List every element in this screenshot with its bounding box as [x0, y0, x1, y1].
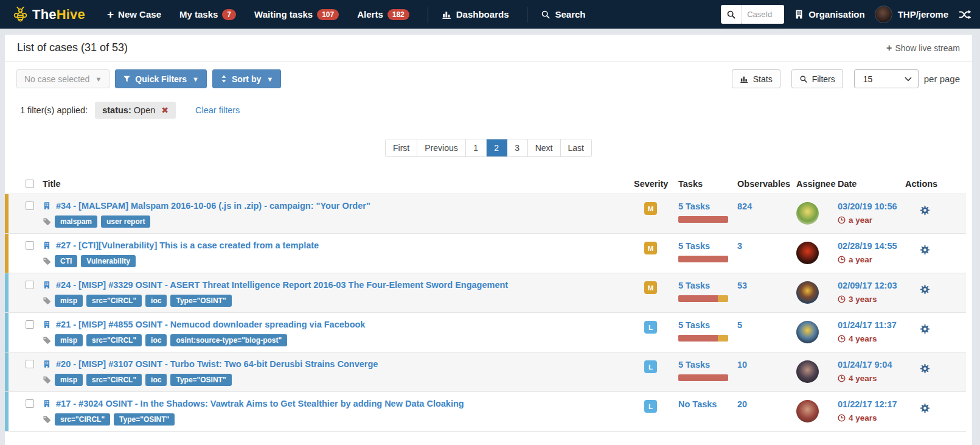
bar-chart-icon [442, 9, 452, 19]
row-checkbox[interactable] [26, 399, 34, 408]
severity-badge[interactable]: M [644, 281, 657, 294]
tasks-link[interactable]: 5 Tasks [678, 241, 710, 251]
case-tag[interactable]: misp [55, 374, 83, 386]
page-previous[interactable]: Previous [417, 139, 465, 156]
clear-filters-link[interactable]: Clear filters [195, 105, 240, 115]
row-actions-button[interactable] [920, 363, 930, 374]
assignee-avatar[interactable] [796, 321, 819, 343]
page-1[interactable]: 1 [466, 139, 487, 156]
row-actions-button[interactable] [920, 402, 930, 413]
severity-badge[interactable]: M [644, 242, 657, 254]
per-page-select[interactable]: 15 [854, 69, 919, 88]
case-tag[interactable]: osint:source-type="blog-post" [170, 334, 287, 346]
case-date-link[interactable]: 01/22/17 12:17 [838, 399, 897, 409]
shuffle-icon[interactable] [958, 9, 971, 21]
tasks-link[interactable]: 5 Tasks [678, 320, 710, 330]
gear-icon [920, 245, 930, 255]
severity-badge[interactable]: L [644, 400, 657, 413]
case-tag[interactable]: Vulnerability [81, 255, 136, 267]
case-tag[interactable]: misp [55, 334, 83, 346]
case-title-link[interactable]: #24 - [MISP] #3329 OSINT - ASERT Threat … [56, 280, 508, 290]
stats-button[interactable]: Stats [732, 69, 780, 88]
row-checkbox[interactable] [26, 320, 34, 329]
assignee-avatar[interactable] [796, 202, 819, 225]
caseid-input[interactable] [742, 5, 784, 24]
case-tag[interactable]: src="CIRCL" [86, 295, 142, 307]
case-tag[interactable]: Type="OSINT" [170, 374, 231, 386]
case-date-link[interactable]: 02/09/17 12:03 [838, 281, 897, 290]
show-live-stream-button[interactable]: + Show live stream [886, 43, 960, 54]
new-case-button[interactable]: + New Case [107, 9, 161, 19]
case-title-link[interactable]: #17 - #3024 OSINT - In the Shadows: Vawt… [56, 399, 464, 408]
waiting-tasks-button[interactable]: Waiting tasks 107 [254, 9, 339, 20]
sort-by-dropdown[interactable]: Sort by ▼ [212, 69, 281, 88]
page-2-active[interactable]: 2 [487, 139, 507, 156]
case-date-link[interactable]: 01/24/17 9:04 [838, 360, 892, 370]
search-nav-button[interactable]: Search [541, 9, 585, 19]
case-tag[interactable]: malspam [55, 215, 97, 228]
remove-filter-icon[interactable]: ✖ [161, 105, 169, 115]
row-checkbox[interactable] [26, 201, 34, 210]
case-date-link[interactable]: 02/28/19 14:55 [838, 241, 897, 251]
row-checkbox[interactable] [26, 281, 34, 289]
observables-link[interactable]: 3 [737, 241, 742, 251]
row-actions-button[interactable] [920, 323, 930, 334]
case-tag[interactable]: ioc [145, 334, 167, 346]
severity-badge[interactable]: L [644, 321, 657, 334]
tasks-link[interactable]: 5 Tasks [678, 360, 710, 370]
row-actions-button[interactable] [920, 205, 930, 215]
select-all-checkbox[interactable] [26, 180, 34, 188]
case-tag[interactable]: src="CIRCL" [55, 413, 110, 426]
case-title-link[interactable]: #20 - [MISP] #3107 OSINT - Turbo Twist: … [56, 359, 378, 369]
case-title-link[interactable]: #34 - [MALSPAM] Malspam 2016-10-06 (.js … [56, 201, 370, 211]
observables-link[interactable]: 824 [737, 201, 752, 211]
page-first[interactable]: First [386, 139, 417, 156]
case-icon [43, 201, 51, 210]
observables-link[interactable]: 53 [737, 281, 747, 290]
observables-link[interactable]: 10 [737, 360, 747, 370]
filters-button[interactable]: Filters [791, 69, 843, 88]
case-tag[interactable]: ioc [145, 295, 167, 307]
case-tag[interactable]: src="CIRCL" [86, 334, 142, 346]
case-title-link[interactable]: #27 - [CTI][Vulnerability] This is a cas… [56, 240, 319, 250]
case-date-link[interactable]: 03/20/19 10:56 [838, 201, 897, 211]
dashboards-button[interactable]: Dashboards [442, 9, 509, 19]
gear-icon [920, 403, 930, 413]
tasks-link[interactable]: No Tasks [678, 399, 717, 409]
row-checkbox[interactable] [26, 360, 34, 368]
my-tasks-button[interactable]: My tasks 7 [179, 9, 236, 20]
organisation-button[interactable]: Organisation [794, 9, 865, 19]
case-date-link[interactable]: 01/24/17 11:37 [838, 320, 897, 330]
row-actions-button[interactable] [920, 244, 930, 255]
case-tag[interactable]: ioc [145, 374, 167, 386]
assignee-avatar[interactable] [796, 360, 819, 383]
tasks-link[interactable]: 5 Tasks [678, 281, 710, 290]
case-tag[interactable]: misp [55, 295, 83, 307]
waiting-tasks-label: Waiting tasks [254, 9, 313, 19]
caseid-search-button[interactable] [721, 5, 742, 24]
quick-filters-dropdown[interactable]: Quick Filters ▼ [115, 69, 207, 88]
case-title-link[interactable]: #21 - [MISP] #4855 OSINT - Nemucod downl… [56, 320, 365, 329]
page-last[interactable]: Last [561, 139, 591, 156]
alerts-button[interactable]: Alerts 182 [357, 9, 409, 20]
no-case-selected-dropdown[interactable]: No case selected ▼ [16, 69, 109, 88]
assignee-avatar[interactable] [796, 400, 819, 422]
assignee-avatar[interactable] [796, 242, 819, 264]
tasks-link[interactable]: 5 Tasks [678, 201, 710, 211]
case-tag[interactable]: CTI [55, 255, 77, 267]
page-next[interactable]: Next [528, 139, 561, 156]
observables-link[interactable]: 5 [737, 320, 742, 330]
page-3[interactable]: 3 [507, 139, 528, 156]
observables-link[interactable]: 20 [737, 399, 747, 409]
case-tag[interactable]: user report [101, 215, 150, 228]
severity-badge[interactable]: M [644, 202, 657, 215]
assignee-avatar[interactable] [796, 281, 819, 304]
user-menu[interactable]: THP/jerome [875, 5, 948, 23]
row-actions-button[interactable] [920, 284, 930, 295]
case-tag[interactable]: Type="OSINT" [170, 295, 231, 307]
severity-badge[interactable]: L [644, 360, 657, 373]
case-tag[interactable]: Type="OSINT" [114, 413, 175, 426]
case-tag[interactable]: src="CIRCL" [86, 374, 142, 386]
row-checkbox[interactable] [26, 241, 34, 250]
thehive-logo[interactable]: TheHive [12, 6, 85, 23]
